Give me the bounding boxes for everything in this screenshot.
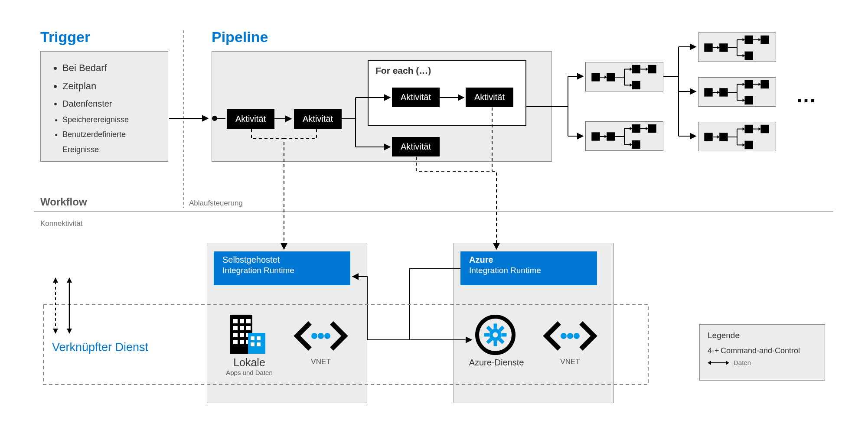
- svg-rect-79: [233, 326, 238, 330]
- svg-point-109: [574, 333, 580, 339]
- svg-rect-46: [719, 88, 728, 96]
- svg-marker-9: [630, 84, 632, 87]
- svg-marker-138: [67, 277, 72, 283]
- svg-marker-3: [604, 75, 607, 79]
- svg-marker-37: [743, 38, 745, 42]
- svg-marker-7: [630, 68, 632, 71]
- svg-rect-25: [632, 124, 640, 133]
- svg-marker-13: [646, 68, 648, 71]
- diagram-canvas: Trigger Bei Bedarf Zeitplan Datenfenster…: [0, 0, 868, 430]
- svg-point-94: [318, 333, 324, 339]
- legend-cc: Command-and-Control: [721, 346, 800, 355]
- ellipsis: …: [796, 83, 819, 107]
- vnet-icon: [293, 319, 349, 353]
- vnet-label: VNET: [551, 358, 590, 366]
- svg-rect-77: [240, 319, 244, 323]
- buildings-icon: [225, 315, 273, 356]
- svg-marker-136: [53, 329, 58, 334]
- svg-marker-69: [743, 143, 745, 147]
- azure-gear-icon: [475, 314, 516, 355]
- svg-rect-26: [632, 140, 640, 149]
- svg-rect-80: [240, 326, 244, 330]
- svg-rect-11: [632, 81, 640, 89]
- svg-rect-86: [240, 340, 244, 344]
- svg-rect-99: [494, 341, 497, 346]
- activity-box: Aktivität: [392, 88, 440, 107]
- svg-point-93: [311, 333, 317, 339]
- svg-marker-24: [630, 143, 632, 147]
- ir-header-l2: Integration Runtime: [469, 266, 588, 275]
- svg-point-95: [324, 333, 330, 339]
- svg-point-106: [493, 332, 498, 338]
- svg-rect-92: [257, 342, 261, 346]
- svg-marker-73: [759, 127, 761, 131]
- vnet-caption: VNET: [301, 358, 340, 366]
- svg-rect-56: [744, 96, 753, 104]
- legend-data: Daten: [734, 359, 751, 366]
- trigger-item: Datenfenster: [62, 95, 161, 112]
- svg-rect-74: [760, 125, 769, 133]
- foreach-title: For each (…): [375, 65, 431, 76]
- svg-marker-112: [726, 361, 729, 365]
- ir-header-l2: Integration Runtime: [222, 266, 342, 275]
- svg-marker-135: [53, 277, 58, 283]
- trigger-title: Trigger: [40, 29, 90, 46]
- svg-marker-18: [604, 135, 607, 138]
- activity-box: Aktivität: [466, 88, 513, 107]
- svg-rect-83: [240, 333, 244, 337]
- svg-rect-61: [719, 133, 728, 141]
- selfhosted-ir-header: Selbstgehostet Integration Runtime: [214, 251, 350, 285]
- mini-pipeline: [698, 122, 776, 151]
- svg-rect-31: [719, 43, 728, 52]
- trigger-box: Bei Bedarf Zeitplan Datenfenster Speiche…: [40, 51, 168, 162]
- svg-rect-60: [704, 133, 712, 141]
- svg-rect-81: [246, 326, 251, 330]
- svg-point-108: [567, 333, 573, 339]
- connectivity-label: Konnektivität: [40, 219, 82, 228]
- svg-marker-28: [646, 127, 648, 130]
- activity-box: Aktivität: [294, 109, 342, 129]
- azure-svc-caption: Azure-Dienste: [462, 358, 531, 368]
- svg-marker-48: [717, 91, 719, 94]
- svg-marker-33: [717, 46, 719, 49]
- double-arrow-icon: [708, 360, 729, 366]
- svg-rect-90: [257, 336, 261, 340]
- svg-rect-98: [494, 324, 497, 329]
- activity-box: Aktivität: [227, 109, 274, 129]
- vnet-label: VNET: [301, 358, 340, 366]
- svg-rect-10: [632, 65, 640, 73]
- divider-line: [34, 211, 833, 212]
- ir-header-l1: Azure: [469, 255, 588, 265]
- svg-marker-39: [743, 54, 745, 58]
- svg-rect-41: [744, 52, 753, 60]
- svg-rect-78: [246, 319, 251, 323]
- svg-rect-44: [760, 36, 769, 44]
- svg-rect-14: [648, 65, 656, 73]
- svg-marker-139: [67, 329, 72, 334]
- svg-rect-40: [744, 36, 753, 44]
- svg-rect-15: [591, 132, 600, 140]
- svg-rect-70: [744, 125, 753, 133]
- local-caption: Lokale Apps und Daten: [219, 356, 280, 376]
- svg-marker-67: [743, 127, 745, 131]
- svg-marker-54: [743, 99, 745, 102]
- trigger-item: Speicherereignisse: [62, 112, 161, 127]
- svg-rect-59: [760, 80, 769, 88]
- flow-control-label: Ablaufsteuerung: [189, 199, 243, 208]
- svg-rect-76: [233, 319, 238, 323]
- svg-point-107: [561, 333, 567, 339]
- activity-box: Aktivität: [392, 137, 440, 156]
- svg-rect-29: [648, 124, 656, 133]
- vnet-icon: [542, 319, 598, 353]
- trigger-list: Bei Bedarf Zeitplan Datenfenster Speiche…: [47, 59, 161, 157]
- trigger-item: Zeitplan: [62, 77, 161, 95]
- svg-rect-100: [484, 333, 489, 337]
- svg-marker-22: [630, 127, 632, 130]
- svg-rect-30: [704, 43, 712, 52]
- legend-box: Legende 4-+ Command-and-Control Daten: [699, 324, 825, 381]
- svg-rect-91: [251, 342, 255, 346]
- trigger-item: Bei Bedarf: [62, 59, 161, 77]
- trigger-item: Benutzerdefinierte Ereignisse: [62, 127, 161, 157]
- svg-rect-101: [502, 333, 507, 337]
- local-caption-small: Apps und Daten: [219, 369, 280, 376]
